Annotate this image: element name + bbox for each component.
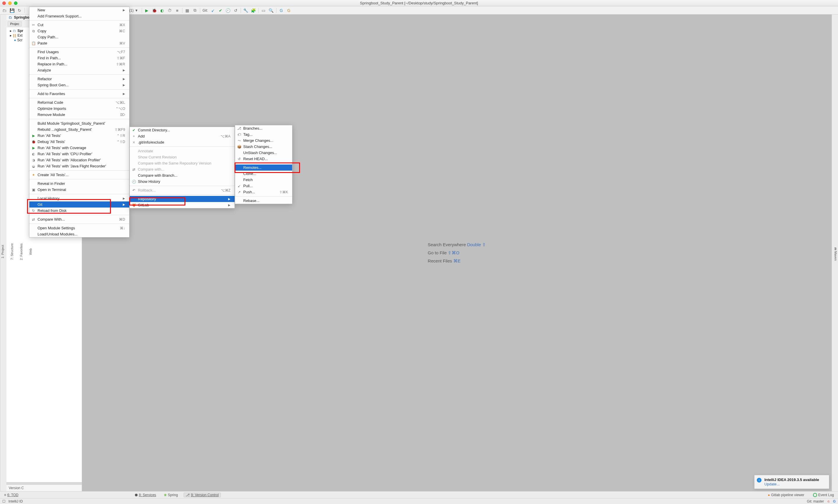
menu-item[interactable]: ✔Commit Directory...	[130, 127, 235, 133]
menu-item[interactable]: ◐Run 'All Tests' with 'CPU Profiler'	[29, 151, 129, 157]
google-icon[interactable]: G	[286, 8, 292, 13]
project-structure-icon[interactable]: ▦	[185, 8, 190, 13]
menu-item[interactable]: Repository▶	[130, 196, 235, 202]
menu-item[interactable]: 🐞Debug 'All Tests'⌃⇧D	[29, 139, 129, 145]
menu-item[interactable]: Analyze▶	[29, 67, 129, 73]
tab-web[interactable]: Web	[28, 247, 33, 256]
menu-item[interactable]: ⧉Copy⌘C	[29, 28, 129, 34]
project-icon[interactable]: 🧩	[251, 8, 256, 13]
debug-icon[interactable]: 🐞	[152, 8, 157, 13]
menu-item[interactable]: Reveal in Finder	[29, 180, 129, 186]
menu-item[interactable]: 🏷Tag...	[235, 131, 292, 138]
menu-item[interactable]: Add to Favorites▶	[29, 91, 129, 97]
goto-file-label: Go to File	[428, 250, 447, 255]
menu-item[interactable]: Fetch	[235, 177, 292, 183]
menu-item[interactable]: ▶Run 'All Tests' with Coverage	[29, 145, 129, 151]
menu-item[interactable]: Remove Module⌦	[29, 112, 129, 118]
close-icon[interactable]	[2, 1, 6, 5]
tab-todo[interactable]: ≡ 6: TOD	[2, 493, 20, 497]
menu-item[interactable]: Refactor▶	[29, 76, 129, 82]
minimize-icon[interactable]	[8, 1, 12, 5]
menu-item[interactable]: Clone...	[235, 170, 292, 177]
menu-item[interactable]: Find Usages⌥F7	[29, 49, 129, 55]
search-everywhere-icon[interactable]: 🔍	[269, 8, 274, 13]
statusbar-git-branch[interactable]: Git: master	[807, 499, 824, 503]
statusbar-app-label: IntelliJ ID	[8, 499, 23, 503]
menu-item[interactable]: ◒Run 'All Tests' with 'Java Flight Recor…	[29, 163, 129, 169]
menu-item[interactable]: Git▶	[29, 201, 129, 208]
vcs-update-icon[interactable]: ↙	[210, 8, 216, 13]
goto-file-shortcut: ⇧⌘O	[448, 250, 459, 255]
menu-item[interactable]: ✦Create 'All Tests'...	[29, 172, 129, 178]
menu-item[interactable]: Rebase...	[235, 198, 292, 204]
tab-services[interactable]: ⬣ 8: Services	[133, 493, 158, 497]
update-link[interactable]: Update...	[764, 482, 780, 486]
project-context-menu[interactable]: New▶Add Framework Support...✂Cut⌘X⧉Copy⌘…	[29, 7, 130, 237]
settings-icon[interactable]: 🔧	[243, 8, 249, 13]
menu-item[interactable]: ✂Cut⌘X	[29, 22, 129, 28]
vcs-history-icon[interactable]: 🕘	[225, 8, 231, 13]
tab-structure[interactable]: 7: Structure	[10, 242, 14, 261]
open-icon[interactable]: 🗀	[2, 8, 7, 13]
notification-indicator-icon	[813, 493, 817, 497]
menu-item[interactable]: Optimize Imports⌃⌥O	[29, 106, 129, 112]
menu-item[interactable]: Compare with Branch...	[130, 173, 235, 178]
git-submenu[interactable]: ✔Commit Directory...＋Add⌥⌘A✕.git/info/ex…	[130, 127, 235, 209]
save-all-icon[interactable]: 💾	[9, 8, 15, 13]
menu-item[interactable]: Rebuild ...ngboot_Study_Parent'⇧⌘F9	[29, 126, 129, 132]
notification-title: IntelliJ IDEA 2019.3.5 available	[764, 478, 819, 482]
menu-item[interactable]: ＋Add⌥⌘A	[130, 133, 235, 139]
menu-item[interactable]: Spring Boot Gen...▶	[29, 82, 129, 88]
menu-item[interactable]: ◑Run 'All Tests' with 'Allocation Profil…	[29, 157, 129, 163]
menu-item[interactable]: 📦Stash Changes...	[235, 144, 292, 150]
menu-item[interactable]: ↺Reset HEAD...	[235, 156, 292, 162]
tab-gitlab-pipeline[interactable]: ● Gitlab pipeline viewer	[766, 493, 806, 497]
menu-item[interactable]: Remotes...	[235, 164, 292, 170]
menu-item[interactable]: Replace in Path...⇧⌘R	[29, 61, 129, 67]
zoom-icon[interactable]	[14, 1, 17, 5]
right-tool-tabs: m Maven 🛢 Database 🐜 Ant ◎ leetcode 📖 Wo…	[832, 15, 838, 491]
menu-item[interactable]: ▶Run 'All Tests'⌃⇧R	[29, 132, 129, 139]
run-icon[interactable]: ▶	[144, 8, 150, 13]
menu-item[interactable]: Load/Unload Modules...	[29, 231, 129, 237]
menu-item[interactable]: Copy Path...	[29, 34, 129, 40]
update-notification[interactable]: i IntelliJ IDEA 2019.3.5 available Updat…	[754, 475, 829, 489]
google-translate-icon[interactable]: G	[279, 8, 284, 13]
window-icon[interactable]: ▭	[261, 8, 266, 13]
menu-item[interactable]: ↻Reload from Disk	[29, 208, 129, 214]
profile-icon[interactable]: ⏱	[167, 8, 172, 13]
menu-item[interactable]: Open Module Settings⌘↓	[29, 225, 129, 231]
layout-icon[interactable]: ⧉	[192, 8, 198, 13]
menu-item[interactable]: Find in Path...⇧⌘F	[29, 55, 129, 61]
menu-item[interactable]: ⤳Merge Changes...	[235, 138, 292, 144]
menu-item[interactable]: ↗Push...⇧⌘K	[235, 189, 292, 195]
menu-item[interactable]: ↙Pull...	[235, 183, 292, 189]
tab-favorites[interactable]: 2: Favorites	[19, 242, 23, 261]
tab-maven[interactable]: m Maven	[833, 246, 838, 262]
menu-item[interactable]: Local History▶	[29, 195, 129, 201]
menu-item[interactable]: 📋Paste⌘V	[29, 40, 129, 46]
menu-item[interactable]: 🦊GitLab▶	[130, 202, 235, 208]
bottom-toolwindow-tabs: ≡ 6: TOD ⬣ 8: Services ❀ Spring ⎇ 9: Ver…	[0, 491, 838, 498]
vcs-commit-icon[interactable]: ✔	[218, 8, 223, 13]
coverage-icon[interactable]: ◐	[159, 8, 165, 13]
menu-item[interactable]: Add Framework Support...	[29, 13, 129, 19]
menu-item[interactable]: ✕.git/info/exclude	[130, 139, 235, 145]
menu-item[interactable]: 🕘Show History	[130, 178, 235, 184]
repository-submenu[interactable]: ⎇Branches...🏷Tag...⤳Merge Changes...📦Sta…	[235, 125, 292, 204]
project-tab[interactable]: Projec	[7, 21, 22, 26]
menu-item[interactable]: Reformat Code⌥⌘L	[29, 100, 129, 106]
tab-spring[interactable]: ❀ Spring	[162, 493, 180, 497]
tab-version-control[interactable]: ⎇ 9: Version Control	[184, 493, 221, 497]
menu-item[interactable]: ⎇Branches...	[235, 125, 292, 131]
vcs-rollback-icon[interactable]: ↺	[233, 8, 238, 13]
menu-item[interactable]: UnStash Changes...	[235, 150, 292, 156]
menu-item[interactable]: Build Module 'Springboot_Study_Parent'	[29, 120, 129, 126]
refresh-icon[interactable]: ↻	[17, 8, 22, 13]
tab-event-log[interactable]: Event Log	[811, 493, 836, 497]
tab-project[interactable]: 1: Project	[0, 244, 5, 259]
menu-item[interactable]: ⇄Compare With...⌘D	[29, 216, 129, 222]
menu-item[interactable]: New▶	[29, 7, 129, 13]
menu-item: ⇄Compare with...	[130, 166, 235, 173]
menu-item[interactable]: ▣Open in Terminal	[29, 186, 129, 193]
